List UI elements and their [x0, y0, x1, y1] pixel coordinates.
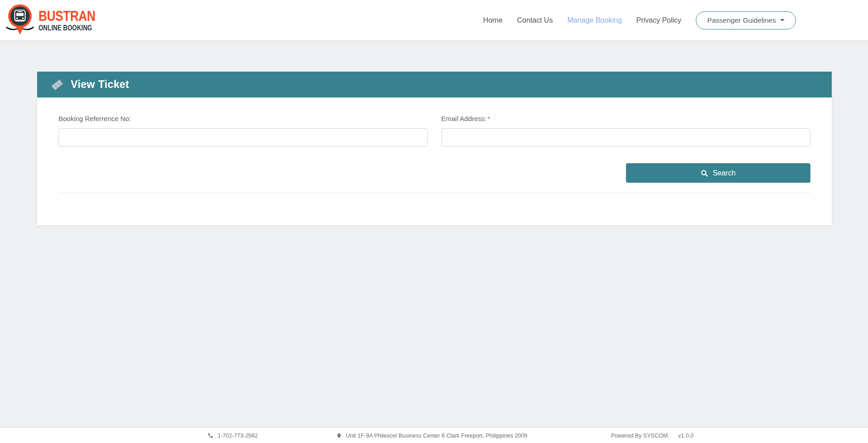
footer-phone: 1-702-773-2562 [218, 433, 258, 439]
footer-powered-by: Powered By SYSCOM [611, 433, 668, 439]
view-ticket-card: View Ticket Booking Referrence No: Email… [37, 72, 832, 225]
phone-icon [208, 433, 213, 438]
ticket-icon [49, 76, 65, 92]
view-ticket-body: Booking Referrence No: Email Address:* [37, 97, 832, 225]
passenger-guidelines-label: Passenger Guidelines [707, 16, 776, 24]
booking-ref-input[interactable] [58, 128, 428, 146]
nav-item-manage-booking[interactable]: Manage Booking [567, 16, 622, 24]
passenger-guidelines-button[interactable]: Passenger Guidelines [696, 11, 796, 29]
footer-phone-group: 1-702-773-2562 [208, 428, 258, 443]
footer-address-group: Unit 1F-9A Philexcel Business Center 6 C… [336, 428, 527, 443]
brand-subtitle: ONLINE BOOKING [39, 24, 95, 32]
booking-ref-field-group: Booking Referrence No: [58, 115, 428, 146]
nav-item-contact-us[interactable]: Contact Us [517, 16, 553, 24]
top-navbar: BUSTRAN ONLINE BOOKING Home Contact Us M… [0, 0, 868, 41]
nav-item-home[interactable]: Home [483, 16, 503, 24]
email-field-group: Email Address:* [441, 115, 811, 146]
main-content: View Ticket Booking Referrence No: Email… [0, 41, 868, 428]
view-ticket-header: View Ticket [37, 72, 832, 97]
page: BUSTRAN ONLINE BOOKING Home Contact Us M… [0, 0, 868, 443]
location-pin-icon [336, 433, 342, 439]
required-asterisk: * [488, 115, 490, 122]
search-icon [701, 170, 708, 177]
nav-item-privacy-policy[interactable]: Privacy Policy [636, 16, 682, 24]
brand-logo[interactable]: BUSTRAN ONLINE BOOKING [5, 4, 108, 37]
footer-powered-group: Powered By SYSCOM v1.0.0 [611, 428, 693, 443]
brand-text: BUSTRAN ONLINE BOOKING [39, 9, 108, 32]
bus-pin-logo-icon [5, 4, 35, 37]
footer-version: v1.0.0 [678, 433, 693, 439]
email-label: Email Address:* [441, 115, 811, 122]
search-button[interactable]: Search [626, 163, 810, 183]
brand-title: BUSTRAN [39, 9, 95, 23]
email-label-text: Email Address: [441, 115, 487, 122]
booking-ref-label-text: Booking Referrence No: [58, 115, 131, 122]
search-button-label: Search [713, 169, 736, 177]
panel-title: View Ticket [71, 78, 129, 91]
button-row: Search [58, 163, 810, 183]
form-row: Booking Referrence No: Email Address:* [58, 115, 810, 146]
email-input[interactable] [441, 128, 811, 146]
divider [58, 193, 810, 193]
footer-address: Unit 1F-9A Philexcel Business Center 6 C… [346, 433, 527, 439]
main-nav: Home Contact Us Manage Booking Privacy P… [483, 11, 796, 29]
caret-down-icon [780, 19, 785, 21]
page-footer: 1-702-773-2562 Unit 1F-9A Philexcel Busi… [0, 428, 868, 443]
booking-ref-label: Booking Referrence No: [58, 115, 428, 122]
